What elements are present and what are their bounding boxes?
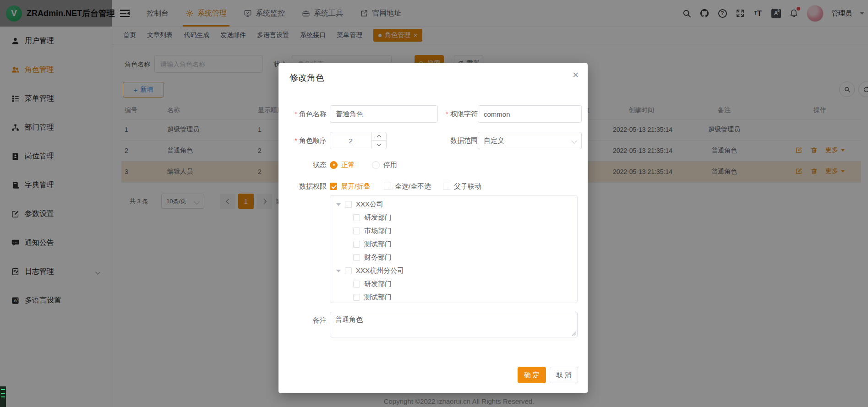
- role-key-field-wrap: [478, 105, 582, 123]
- role-order-stepper[interactable]: 2: [330, 132, 387, 149]
- tree-node-label: 财务部门: [364, 253, 392, 262]
- role-key-field[interactable]: [484, 110, 576, 118]
- status-field-label: 状态: [278, 156, 327, 174]
- tree-node[interactable]: XXX杭州分公司: [330, 264, 577, 277]
- tree-node[interactable]: 市场部门: [330, 224, 577, 238]
- remark-field-label: 备注: [278, 312, 327, 329]
- radio-label: 正常: [341, 161, 355, 169]
- close-icon[interactable]: ×: [573, 70, 579, 80]
- tree-checkbox[interactable]: [353, 228, 360, 234]
- stepper-controls: [371, 132, 386, 149]
- tree-expand-icon[interactable]: [336, 270, 341, 272]
- remark-textarea[interactable]: 普通角色: [330, 312, 578, 337]
- perm-field-label: 数据权限: [278, 178, 327, 195]
- role-order-field-label: 角色顺序: [278, 132, 327, 149]
- checkbox-select-all[interactable]: 全选/全不选: [384, 181, 431, 192]
- cancel-button[interactable]: 取 消: [550, 367, 578, 383]
- role-name-field-label: 角色名称: [278, 105, 327, 123]
- checkbox-icon: [384, 183, 391, 190]
- tree-node-label: 研发部门: [364, 213, 392, 222]
- radio-label: 停用: [383, 161, 397, 169]
- scope-field-label: 数据范围: [438, 132, 478, 149]
- role-name-field-wrap: [330, 105, 438, 123]
- tree-node[interactable]: 研发部门: [330, 277, 577, 291]
- radio-icon: [330, 161, 338, 169]
- tree-checkbox[interactable]: [353, 254, 360, 261]
- radio-status-normal[interactable]: 正常: [330, 159, 355, 170]
- checkbox-label: 全选/全不选: [395, 182, 431, 191]
- tree-node[interactable]: 测试部门: [330, 291, 577, 303]
- dialog-title: 修改角色: [289, 72, 324, 84]
- checkbox-expand-collapse[interactable]: 展开/折叠: [330, 181, 370, 192]
- tree-node-label: XXX杭州分公司: [356, 266, 404, 275]
- remark-textarea-wrap: 普通角色: [330, 312, 578, 337]
- tree-checkbox[interactable]: [353, 241, 360, 248]
- tree-node-label: XXX公司: [356, 200, 383, 209]
- scope-select[interactable]: 自定义: [478, 132, 582, 149]
- role-name-field[interactable]: [336, 110, 432, 118]
- cancel-button-label: 取 消: [556, 371, 572, 380]
- resize-handle-icon[interactable]: [572, 331, 576, 336]
- role-order-value: 2: [330, 132, 371, 149]
- tree-node[interactable]: 研发部门: [330, 211, 577, 224]
- checkbox-icon: [330, 183, 337, 190]
- confirm-button-label: 确 定: [524, 371, 540, 380]
- checkbox-icon: [443, 183, 450, 190]
- tree-checkbox[interactable]: [345, 201, 352, 208]
- tree-node[interactable]: 财务部门: [330, 251, 577, 264]
- tree-node-label: 研发部门: [364, 280, 392, 288]
- tree-checkbox[interactable]: [353, 281, 360, 288]
- tree-expand-icon[interactable]: [336, 203, 341, 206]
- increase-button[interactable]: [372, 132, 386, 141]
- checkbox-parent-child-link[interactable]: 父子联动: [443, 181, 481, 192]
- tree-node-label: 测试部门: [364, 240, 392, 249]
- radio-icon: [372, 161, 380, 169]
- checkbox-label: 展开/折叠: [341, 182, 370, 191]
- edit-role-dialog: 修改角色 × 角色名称 权限字符 角色顺序 2 数据范围 自定义 状态 正常 停…: [278, 63, 588, 393]
- tree-checkbox[interactable]: [345, 267, 352, 274]
- tree-checkbox[interactable]: [353, 214, 360, 221]
- radio-status-disabled[interactable]: 停用: [372, 159, 397, 170]
- role-key-field-label: 权限字符: [438, 105, 478, 123]
- tree-node-label: 市场部门: [364, 227, 392, 235]
- chevron-down-icon: [571, 138, 577, 144]
- tree-node[interactable]: XXX公司: [330, 198, 577, 211]
- scope-select-value: 自定义: [484, 136, 504, 145]
- tree-checkbox[interactable]: [353, 294, 360, 301]
- confirm-button[interactable]: 确 定: [518, 367, 546, 383]
- tree-node[interactable]: 测试部门: [330, 238, 577, 251]
- department-tree: XXX公司 研发部门 市场部门 测试部门 财务部门 XXX杭州分公司 研发部门: [330, 195, 578, 303]
- decrease-button[interactable]: [372, 141, 386, 149]
- corner-widget: [0, 386, 6, 407]
- tree-node-label: 测试部门: [364, 293, 392, 302]
- checkbox-label: 父子联动: [454, 182, 481, 191]
